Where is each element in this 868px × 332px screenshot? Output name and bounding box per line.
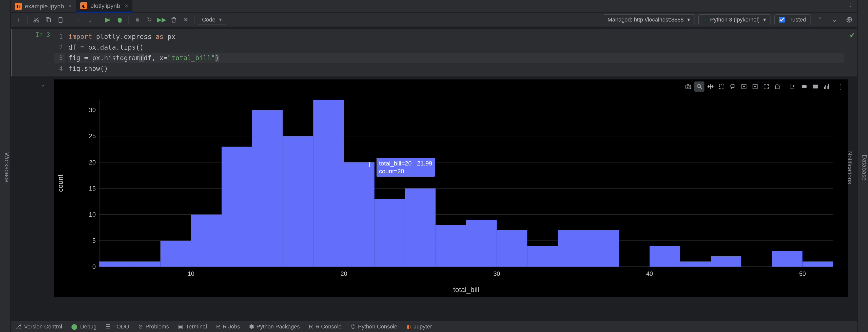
pyconsole-tool[interactable]: ⌬Python Console: [351, 323, 397, 330]
svg-point-9: [697, 84, 701, 88]
svg-rect-20: [827, 86, 828, 89]
box-select-icon[interactable]: [717, 81, 727, 92]
svg-rect-41: [130, 261, 160, 267]
svg-rect-60: [772, 251, 803, 267]
debug-tool[interactable]: ⬤Debug: [71, 323, 96, 330]
cell-prompt: In 3: [23, 29, 54, 76]
copy-button[interactable]: [43, 14, 54, 25]
move-down-button[interactable]: ↓: [85, 14, 96, 25]
spike-lines-icon[interactable]: [788, 81, 798, 92]
autoscale-icon[interactable]: [761, 81, 771, 92]
zoom-out-icon[interactable]: [750, 81, 760, 92]
clear-outputs-button[interactable]: ✕: [180, 14, 191, 25]
svg-text:15: 15: [89, 185, 96, 192]
r-icon: R: [309, 323, 313, 330]
run-cell-button[interactable]: ▶I: [102, 14, 113, 25]
chevron-down-icon: ▾: [219, 16, 222, 23]
tab-example[interactable]: ◐ example.ipynb ×: [11, 0, 76, 12]
run-all-button[interactable]: ▶▶: [156, 14, 167, 25]
pypkg-tool[interactable]: ⬢Python Packages: [249, 323, 300, 330]
svg-rect-61: [802, 261, 833, 267]
tab-plotly[interactable]: ◐ plotly.ipynb ×: [76, 0, 132, 12]
svg-text:20: 20: [89, 159, 96, 166]
home-icon[interactable]: [772, 81, 782, 92]
kernel-chip[interactable]: ○Python 3 (ipykernel)▾: [699, 14, 771, 25]
svg-rect-15: [802, 86, 806, 88]
svg-text:10: 10: [188, 270, 194, 277]
svg-text:10: 10: [89, 211, 96, 218]
svg-rect-2: [48, 19, 51, 22]
svg-point-11: [731, 84, 735, 88]
collapse-output-button[interactable]: ⌄: [38, 79, 47, 90]
paste-button[interactable]: [55, 14, 66, 25]
delete-button[interactable]: [168, 14, 179, 25]
camera-icon[interactable]: [683, 81, 693, 92]
pan-icon[interactable]: [706, 81, 716, 92]
svg-rect-45: [252, 110, 283, 267]
add-cell-button[interactable]: ＋: [13, 14, 24, 25]
restart-button[interactable]: ↻: [144, 14, 155, 25]
cell-output: ⌄: [11, 79, 857, 297]
lasso-icon[interactable]: [728, 81, 738, 92]
hover-closest-icon[interactable]: [799, 81, 809, 92]
trusted-checkbox[interactable]: Trusted: [774, 14, 811, 25]
database-label: Database: [861, 155, 868, 181]
svg-rect-51: [436, 225, 466, 267]
browser-button[interactable]: [844, 14, 855, 25]
package-icon: ⬢: [249, 323, 254, 330]
svg-text:count: count: [57, 175, 64, 192]
svg-text:25: 25: [89, 133, 96, 139]
svg-rect-47: [313, 100, 344, 267]
close-icon[interactable]: ×: [125, 3, 128, 9]
output-more-menu[interactable]: ⋮: [835, 81, 845, 92]
notebook-content: In 3 1 2 3 4 import plotly.express as px…: [11, 27, 857, 321]
vcs-tool[interactable]: ⎇Version Control: [15, 323, 62, 330]
right-tool-rail: Database Notifications Structure Jupyter…: [857, 0, 868, 332]
svg-text:30: 30: [493, 270, 500, 277]
svg-text:0: 0: [92, 263, 96, 270]
svg-rect-43: [191, 214, 222, 267]
rjobs-tool[interactable]: RR Jobs: [216, 323, 240, 330]
branch-icon: ⎇: [15, 323, 22, 330]
debug-cell-button[interactable]: [114, 14, 125, 25]
plotly-logo-icon[interactable]: [822, 81, 832, 92]
rconsole-tool[interactable]: RR Console: [309, 323, 342, 330]
svg-rect-54: [527, 246, 558, 267]
cell-type-dropdown[interactable]: Code▾: [198, 15, 226, 25]
svg-rect-59: [711, 256, 741, 267]
cut-button[interactable]: [31, 14, 42, 25]
svg-rect-50: [405, 189, 436, 267]
svg-point-14: [793, 86, 794, 87]
server-chip[interactable]: Managed: http://localhost:8888▾: [602, 14, 695, 25]
svg-text:20: 20: [341, 270, 347, 277]
move-up-button[interactable]: ↑: [72, 14, 84, 25]
plotly-chart[interactable]: ⋮ 5101520253001020304050total_billcount …: [54, 79, 848, 297]
jupyter-icon: ◐: [15, 3, 22, 10]
svg-rect-48: [344, 162, 374, 267]
collapse-up-button[interactable]: ⌃: [814, 14, 826, 25]
histogram-svg: 5101520253001020304050total_billcount: [54, 79, 848, 297]
hover-compare-icon[interactable]: [810, 81, 820, 92]
svg-rect-52: [466, 220, 497, 267]
jupyter-tool[interactable]: ◐Jupyter: [406, 323, 432, 330]
code-cell[interactable]: In 3 1 2 3 4 import plotly.express as px…: [11, 29, 857, 76]
svg-rect-10: [719, 84, 724, 89]
zoom-in-icon[interactable]: [739, 81, 749, 92]
terminal-tool[interactable]: ▣Terminal: [178, 323, 207, 330]
tabs-overflow-menu[interactable]: ⋮: [843, 0, 857, 12]
stop-button[interactable]: ■: [132, 14, 143, 25]
code-editor[interactable]: import plotly.express as pxdf = px.data.…: [65, 29, 847, 76]
svg-rect-40: [99, 261, 130, 267]
r-icon: R: [216, 323, 220, 330]
workspace-tool[interactable]: Workspace: [3, 150, 10, 185]
database-tool[interactable]: Database: [861, 153, 868, 183]
close-icon[interactable]: ×: [69, 3, 72, 10]
zoom-icon[interactable]: [694, 81, 705, 92]
problems-tool[interactable]: ⊘Problems: [138, 323, 169, 330]
expand-down-button[interactable]: ⌄: [829, 14, 840, 25]
svg-rect-44: [222, 147, 252, 267]
list-icon: ☰: [105, 323, 111, 330]
svg-point-8: [687, 86, 689, 88]
python-icon: ⌬: [351, 323, 355, 330]
todo-tool[interactable]: ☰TODO: [105, 323, 129, 330]
